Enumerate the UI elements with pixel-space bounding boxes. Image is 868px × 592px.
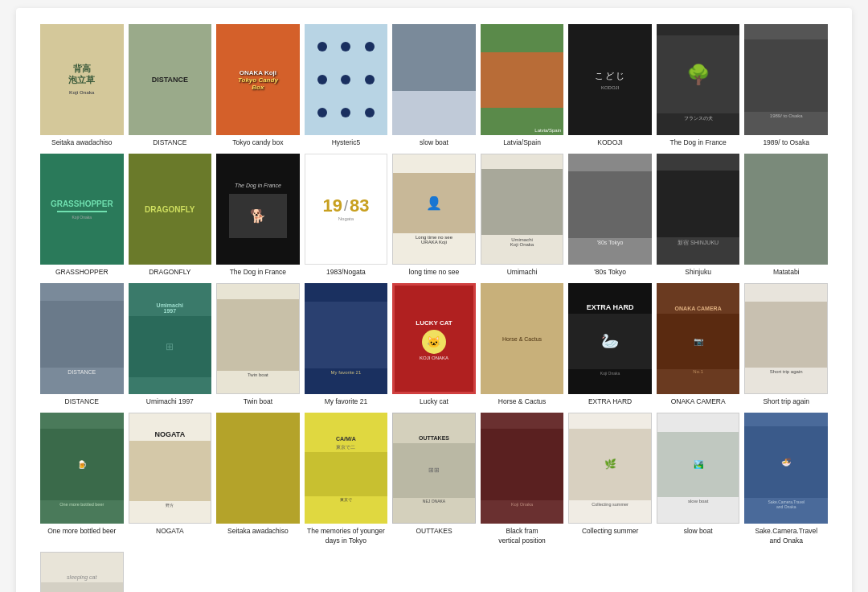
book-item: 🌿 Collecting summer Collecting summer: [568, 413, 652, 545]
book-item: Umimachi1997 ⊞ Umimachi 1997: [129, 283, 212, 406]
book-cover: GRASSHOPPER Koji Onaka: [40, 154, 124, 265]
book-title: Shinjuku: [685, 268, 711, 277]
book-cover: [216, 413, 300, 524]
book-cover: DISTANCE: [40, 283, 124, 394]
book-cover: 🌿 Collecting summer: [568, 413, 652, 524]
book-cover: ONAKA Koji Tokyo Candy Box: [216, 24, 300, 135]
book-item: Hysteric5: [305, 24, 388, 147]
book-cover: [744, 154, 828, 265]
book-cover: UmimachiKoji Onaka: [481, 154, 564, 265]
book-cover: LUCKY CAT 🐱 KOJI ONAKA: [392, 283, 476, 394]
book-title: slow boat: [420, 138, 448, 147]
book-item: 🍜 Sake.Camera.Traveland Onaka Sake.Camer…: [744, 413, 828, 545]
book-title: DRAGONFLY: [149, 268, 190, 277]
book-title: 1983/Nogata: [326, 268, 366, 277]
book-title: EXTRA HARD: [588, 397, 632, 406]
book-cover: 🍺 One more bottled beer: [40, 413, 124, 524]
book-cover: Koji Onaka: [481, 413, 564, 524]
book-item: The Dog in France 🐕 The Dog in France: [216, 154, 300, 277]
book-grid: 背高泡立草Koji Onaka Seitaka awadachiso DISTA…: [40, 24, 828, 592]
book-title: One more bottled beer: [47, 527, 116, 536]
book-item: My favorite 21 My favorite 21: [305, 283, 388, 406]
book-cover: CA/M/A 東京で二 東京で: [305, 413, 388, 524]
book-cover: 背高泡立草Koji Onaka: [40, 24, 124, 135]
book-title: OUTTAKES: [416, 527, 452, 536]
book-cover: OUTTAKES ⊞⊞ NEJ ONAKA: [392, 413, 476, 524]
book-title: DISTANCE: [153, 138, 186, 147]
book-cover: DRAGONFLY: [129, 154, 212, 265]
page-container: 背高泡立草Koji Onaka Seitaka awadachiso DISTA…: [16, 8, 852, 592]
book-item: 19 / 83 Nogata 1983/Nogata: [305, 154, 388, 277]
book-item: slow boat: [392, 24, 476, 147]
book-title: KODOJI: [597, 138, 623, 147]
book-cover: Twin boat: [216, 283, 300, 394]
book-cover: Umimachi1997 ⊞: [129, 283, 212, 394]
book-cover: '80s Tokyo: [568, 154, 652, 265]
book-title: Sake.Camera.Traveland Onaka: [755, 527, 817, 545]
book-title: The Dog in France: [669, 138, 726, 147]
book-item: Koji Onaka Black framvertical position: [481, 413, 564, 545]
book-item: ONAKA Koji Tokyo Candy Box Tokyo candy b…: [216, 24, 300, 147]
book-item: '80s Tokyo '80s Tokyo: [568, 154, 652, 277]
book-item: Latvia/Spain Latvia/Spain: [481, 24, 564, 147]
book-title: Umimachi 1997: [146, 397, 194, 406]
book-item: LUCKY CAT 🐱 KOJI ONAKA Lucky cat: [392, 283, 476, 406]
book-item: OUTTAKES ⊞⊞ NEJ ONAKA OUTTAKES: [392, 413, 476, 545]
book-title: The Dog in France: [230, 268, 286, 277]
book-item: 🍺 One more bottled beer One more bottled…: [40, 413, 124, 545]
book-item: UmimachiKoji Onaka Umimachi: [481, 154, 564, 277]
book-cover: sleeping cat 🐱: [40, 552, 124, 592]
book-cover: 1989/ to Osaka: [744, 24, 828, 135]
book-title: slow boat: [684, 527, 713, 536]
book-item: こどじ KODOJI KODOJI: [568, 24, 652, 147]
book-title: 1989/ to Osaka: [763, 138, 809, 147]
book-item: GRASSHOPPER Koji Onaka GRASSHOPPER: [40, 154, 124, 277]
book-title: Short trip again: [763, 397, 809, 406]
book-title: '80s Tokyo: [594, 268, 626, 277]
author-info: Koji Onaka Book list 1991~2018: [129, 552, 476, 592]
book-item: NOGATA 野方 NOGATA: [129, 413, 212, 545]
book-item: 背高泡立草Koji Onaka Seitaka awadachiso: [40, 24, 124, 147]
book-item: EXTRA HARD 🦢 Koji Onaka EXTRA HARD: [568, 283, 652, 406]
book-item: Matatabi: [744, 154, 828, 277]
book-item: 🏞️ slow boat slow boat: [657, 413, 740, 545]
book-cover: [305, 24, 388, 135]
book-cover: 🏞️ slow boat: [657, 413, 740, 524]
book-title: NOGATA: [156, 527, 184, 536]
book-title: Collecting summer: [582, 527, 638, 536]
book-cover: DISTANCE: [129, 24, 212, 135]
book-title: Black framvertical position: [498, 527, 546, 545]
book-title: My favorite 21: [325, 397, 367, 406]
book-item: Horse & Cactus Horse & Cactus: [481, 283, 564, 406]
book-cover: 👤 Long time no seeURAKA Koji: [392, 154, 476, 265]
book-item: Seitaka awadachiso: [216, 413, 300, 545]
book-item: sleeping cat 🐱 sleeping cat: [40, 552, 124, 592]
book-title: Hysteric5: [332, 138, 360, 147]
book-cover: [392, 24, 476, 135]
book-item: Twin boat Twin boat: [216, 283, 300, 406]
book-item: DISTANCE DISTANCE: [40, 283, 124, 406]
book-item: CA/M/A 東京で二 東京で The memories of younger …: [305, 413, 388, 545]
book-title: The memories of younger days in Tokyo: [305, 527, 388, 545]
book-title: Twin boat: [244, 397, 272, 406]
book-cover: 🌳 フランスの犬: [657, 24, 740, 135]
book-cover: Horse & Cactus: [481, 283, 564, 394]
book-cover: My favorite 21: [305, 283, 388, 394]
book-cover: 19 / 83 Nogata: [305, 154, 388, 265]
book-item: Short trip again Short trip again: [744, 283, 828, 406]
book-cover: Latvia/Spain: [481, 24, 564, 135]
book-title: ONAKA CAMERA: [671, 397, 726, 406]
book-item: DRAGONFLY DRAGONFLY: [129, 154, 212, 277]
book-cover: Short trip again: [744, 283, 828, 394]
book-item: 🌳 フランスの犬 The Dog in France: [657, 24, 740, 147]
book-cover: こどじ KODOJI: [568, 24, 652, 135]
book-cover: 新宿 SHINJUKU: [657, 154, 740, 265]
book-item: 👤 Long time no seeURAKA Koji long time n…: [392, 154, 476, 277]
book-title: Latvia/Spain: [503, 138, 541, 147]
book-title: long time no see: [409, 268, 459, 277]
book-title: GRASSHOPPER: [55, 268, 108, 277]
book-cover: ONAKA CAMERA 📷 No.1: [657, 283, 740, 394]
book-cover: NOGATA 野方: [129, 413, 212, 524]
book-title: Seitaka awadachiso: [51, 138, 113, 147]
book-title: Matatabi: [773, 268, 800, 277]
